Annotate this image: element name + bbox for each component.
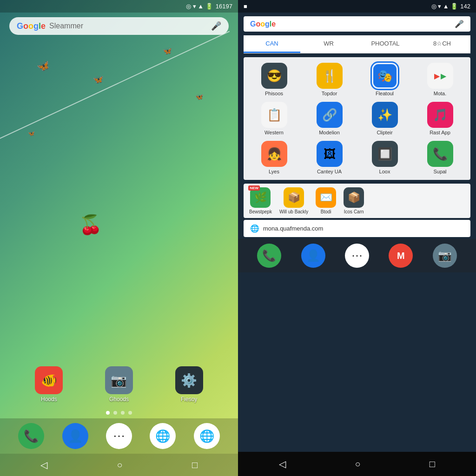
left-apps-row: 🐠 Hoods 📷 Ghoods ⚙️ Fiesoy <box>0 362 238 407</box>
left-app-ghoods[interactable]: 📷 Ghoods <box>105 366 133 403</box>
suggestions-apps: NEW 🌿 Bewstpepk 📦 Will ub Backly ✉️ Btod… <box>249 187 465 214</box>
sugg-bewstpepk[interactable]: NEW 🌿 Bewstpepk <box>249 187 272 214</box>
app-lyes[interactable]: 👧 Lyes <box>249 141 299 174</box>
right-google-logo: Google <box>250 20 276 28</box>
hoods-label: Hoods <box>41 396 57 403</box>
left-phone: ◎ ▾ ▲ 🔋 16197 Google Sleammer 🎤 🦋 🦋 🦋 🦋 … <box>0 0 238 476</box>
mota-label: Mota. <box>434 91 447 96</box>
right-dock-contacts[interactable]: 👤 <box>301 244 325 268</box>
left-status-bar: ◎ ▾ ▲ 🔋 16197 <box>0 0 238 13</box>
left-app-hoods[interactable]: 🐠 Hoods <box>35 366 63 403</box>
left-mic-icon[interactable]: 🎤 <box>211 21 221 31</box>
left-dock-phone[interactable]: 📞 <box>18 423 44 449</box>
clipteir-icon: ✨ <box>372 102 398 128</box>
app-clipteir[interactable]: ✨ Clipteir <box>360 102 410 135</box>
topdor-label: Topdor <box>322 91 337 96</box>
supal-icon: 📞 <box>427 141 453 167</box>
app-supal[interactable]: 📞 Supal <box>415 141 465 174</box>
dot-4 <box>128 411 132 415</box>
left-recents-button[interactable]: □ <box>192 460 198 470</box>
western-label: Western <box>264 130 284 135</box>
butterfly-1: 🦋 <box>36 59 51 74</box>
left-search-text: Sleammer <box>49 22 207 30</box>
app-fleatoul[interactable]: 🎭 Fleatoul <box>360 63 410 96</box>
right-nav-bar: ◁ ○ □ <box>238 452 476 476</box>
tab-phooal[interactable]: PHOOTAL <box>357 35 414 53</box>
right-phone: ■ ◎ ▾ ▲ 🔋 142 Google 🎤 CAN WR PHOOTAL 8☆… <box>238 0 476 476</box>
icos-carn-label: Icos Carn <box>344 209 364 214</box>
right-search-bar[interactable]: Google 🎤 <box>244 16 470 32</box>
left-status-icons: ◎ ▾ ▲ 🔋 <box>186 3 213 10</box>
sugg-btodi[interactable]: ✉️ Btodi <box>316 187 336 214</box>
chrome-icon: 🌐 <box>250 224 259 233</box>
right-mic-icon[interactable]: 🎤 <box>455 20 464 28</box>
left-nav-bar: ◁ ○ □ <box>0 454 238 476</box>
rast-label: Rast App <box>430 130 450 135</box>
fleatoul-icon: 🎭 <box>372 63 398 89</box>
app-mota[interactable]: ▶ ▶ Mota. <box>415 63 465 96</box>
btodi-label: Btodi <box>321 209 331 214</box>
left-search-bar[interactable]: Google Sleammer 🎤 <box>9 17 229 35</box>
url-bar[interactable]: 🌐 mona.quafmenda.com <box>244 220 470 237</box>
ghoods-icon: 📷 <box>105 366 133 394</box>
app-grid: 😎 Phisoos 🍴 Topdor 🎭 Fleatoul ▶ ▶ Mota. <box>249 63 465 174</box>
app-cantey-ua[interactable]: 🖼 Cantey UA <box>304 141 354 174</box>
left-time: 16197 <box>216 3 232 10</box>
left-dock-area: 🐠 Hoods 📷 Ghoods ⚙️ Fiesoy 📞 👤 ⋯ 🌐 <box>0 362 238 476</box>
app-western[interactable]: 📋 Western <box>249 102 299 135</box>
phisoos-label: Phisoos <box>265 91 283 96</box>
rast-icon: 🎵 <box>427 102 453 128</box>
right-dock-gmail[interactable]: M <box>389 244 413 268</box>
left-dock-contacts[interactable]: 👤 <box>62 423 88 449</box>
bewstpepk-icon: NEW 🌿 <box>250 187 271 208</box>
topdor-icon: 🍴 <box>317 63 343 89</box>
sugg-icos-carn[interactable]: 📦 Icos Carn <box>344 187 364 214</box>
left-app-fiesoy[interactable]: ⚙️ Fiesoy <box>175 366 203 403</box>
tab-can[interactable]: CAN <box>244 35 300 53</box>
app-modelion[interactable]: 🔗 Modelion <box>304 102 354 135</box>
left-dock-apps[interactable]: ⋯ <box>106 423 132 449</box>
loox-label: Loox <box>379 169 390 174</box>
left-back-button[interactable]: ◁ <box>40 459 47 470</box>
right-recents-button[interactable]: □ <box>430 459 435 469</box>
left-home-button[interactable]: ○ <box>117 460 122 470</box>
cantey-ua-label: Cantey UA <box>317 169 342 174</box>
left-dock: 📞 👤 ⋯ 🌐 🌐 <box>0 418 238 454</box>
willub-icon: 📦 <box>284 187 304 208</box>
cherry-decoration: 🍒 <box>79 214 102 236</box>
app-rast[interactable]: 🎵 Rast App <box>415 102 465 135</box>
right-status-icons: ◎ ▾ ▲ 🔋 142 <box>431 3 470 10</box>
tab-8ch[interactable]: 8☆CH <box>414 35 470 53</box>
tab-wr[interactable]: WR <box>300 35 357 53</box>
page-dots <box>0 407 238 418</box>
btodi-icon: ✉️ <box>316 187 336 208</box>
sugg-willub[interactable]: 📦 Will ub Backly <box>279 187 308 214</box>
app-phisoos[interactable]: 😎 Phisoos <box>249 63 299 96</box>
right-time: 142 <box>460 3 470 10</box>
app-loox[interactable]: 🔲 Loox <box>360 141 410 174</box>
western-icon: 📋 <box>261 102 287 128</box>
left-dock-chrome[interactable]: 🌐 <box>150 423 176 449</box>
butterfly-4: 🦋 <box>195 93 203 100</box>
right-home-button[interactable]: ○ <box>355 459 360 469</box>
ghoods-label: Ghoods <box>109 396 129 403</box>
url-text: mona.quafmenda.com <box>263 225 323 232</box>
right-square-icon: ■ <box>244 3 247 10</box>
left-google-logo: Google <box>17 21 46 31</box>
right-status-bar: ■ ◎ ▾ ▲ 🔋 142 <box>238 0 476 13</box>
left-dock-chrome2[interactable]: 🌐 <box>194 423 220 449</box>
lyes-icon: 👧 <box>261 141 287 167</box>
loox-icon: 🔲 <box>372 141 398 167</box>
right-dock-apps[interactable]: ⋯ <box>345 244 369 268</box>
modelion-label: Modelion <box>319 130 340 135</box>
right-back-button[interactable]: ◁ <box>279 458 286 469</box>
suggestions-row: NEW 🌿 Bewstpepk 📦 Will ub Backly ✉️ Btod… <box>244 184 470 218</box>
hoods-icon: 🐠 <box>35 366 63 394</box>
willub-label: Will ub Backly <box>279 209 308 214</box>
right-dock-phone[interactable]: 📞 <box>257 244 281 268</box>
app-topdor[interactable]: 🍴 Topdor <box>304 63 354 96</box>
dot-2 <box>113 411 117 415</box>
right-dock-camera[interactable]: 📷 <box>433 244 457 268</box>
bewstpepk-label: Bewstpepk <box>249 209 272 214</box>
right-status-symbols: ◎ ▾ ▲ 🔋 <box>431 3 458 10</box>
